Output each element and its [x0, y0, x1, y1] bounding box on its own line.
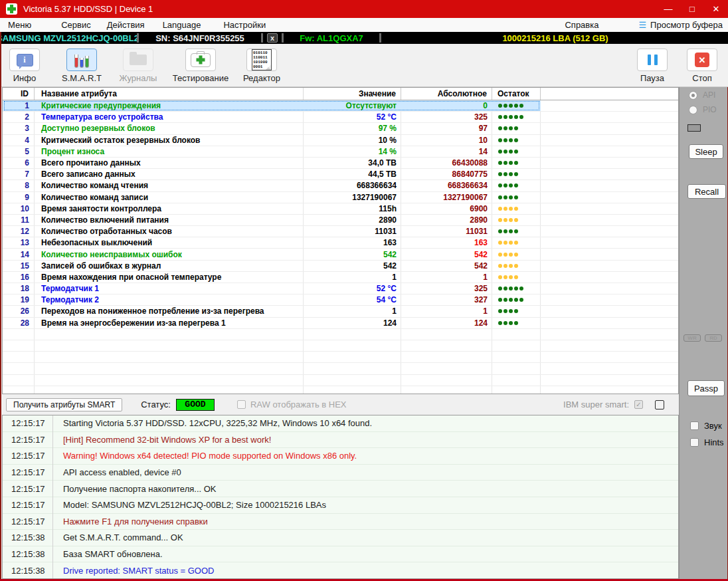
- cell-absolute: 11031: [401, 226, 492, 237]
- cell-remain-dots: [492, 294, 541, 305]
- cell-absolute: 668366634: [401, 180, 492, 191]
- cell-value: 668366634: [304, 180, 401, 191]
- cell-absolute: 327: [401, 294, 492, 305]
- close-button[interactable]: ✕: [704, 0, 728, 18]
- cell-absolute: 1: [401, 306, 492, 316]
- cell-absolute: 124: [401, 318, 492, 328]
- cell-id: 7: [3, 169, 35, 179]
- info-button[interactable]: i Инфо: [5, 49, 44, 83]
- sound-checkbox[interactable]: [690, 421, 699, 430]
- header-remain[interactable]: Остаток: [492, 88, 541, 100]
- table-row[interactable]: 1Критические предупрежденияОтсутствуют0: [3, 100, 678, 112]
- smart-control-bar: Получить атрибуты SMART Статус: GOOD RAW…: [2, 395, 679, 414]
- toolbar: i Инфо S.M.A.R.T Журналы Тестирование: [0, 44, 728, 87]
- header-name[interactable]: Название атрибута: [35, 88, 304, 100]
- table-row[interactable]: 10Время занятости контроллера115h6900: [3, 203, 678, 215]
- table-row[interactable]: 19Термодатчик 254 °C327: [3, 294, 678, 306]
- cell-value: 14 %: [304, 146, 401, 157]
- cell-value: 52 °C: [304, 283, 401, 294]
- log-divider: [52, 415, 53, 578]
- cell-id: 26: [3, 306, 35, 316]
- menu-item-actions[interactable]: Действия: [107, 20, 145, 30]
- table-row[interactable]: 7Всего записано данных44,5 TB86840775: [3, 169, 678, 180]
- cell-remain-dots: [492, 261, 541, 271]
- table-row[interactable]: 12Количество отработанных часов110311103…: [3, 226, 678, 237]
- maximize-button[interactable]: □: [680, 0, 704, 18]
- api-radio[interactable]: [689, 91, 697, 100]
- table-row[interactable]: 28Время на энергосбережении из-за перегр…: [3, 318, 678, 329]
- cell-id: 3: [3, 123, 35, 134]
- cell-id: 9: [3, 192, 35, 203]
- cell-value: 1: [304, 272, 401, 283]
- ibm-super-smart-checkbox[interactable]: ✓: [634, 400, 643, 409]
- table-row[interactable]: 9Количество команд записи132719006713271…: [3, 192, 678, 203]
- cell-remain-dots: [492, 226, 541, 237]
- sleep-button[interactable]: Sleep: [689, 144, 723, 159]
- header-id[interactable]: ID: [3, 88, 35, 100]
- divider: [137, 33, 139, 43]
- pio-radio[interactable]: [689, 106, 697, 114]
- stop-button[interactable]: ✕ Стоп: [683, 49, 721, 83]
- cell-value: 10 %: [304, 135, 401, 146]
- raw-hex-checkbox[interactable]: [237, 400, 246, 409]
- cell-value: 115h: [304, 203, 401, 214]
- menu-item-help[interactable]: Справка: [565, 20, 598, 30]
- secondary-checkbox[interactable]: [655, 400, 664, 409]
- testing-button[interactable]: Тестирование: [169, 49, 232, 83]
- table-row[interactable]: 26Переходов на пониженное потребление из…: [3, 306, 678, 317]
- cell-remain-dots: [492, 203, 541, 214]
- cell-remain-dots: [492, 158, 541, 168]
- table-row[interactable]: 5Процент износа14 %14: [3, 146, 678, 158]
- hints-checkbox[interactable]: [690, 438, 699, 447]
- menu-item-settings[interactable]: Настройки: [223, 20, 266, 30]
- table-row[interactable]: 6Всего прочитано данных34,0 TB66430088: [3, 158, 678, 169]
- table-row[interactable]: 16Время нахождения при опасной температу…: [3, 272, 678, 283]
- cell-value: 11031: [304, 226, 401, 237]
- side-panel: API PIO Sleep Recall WR RD Passp Звук Hi…: [679, 87, 728, 579]
- log-timestamp: 12:15:38: [3, 549, 52, 559]
- cell-remain-dots: [492, 192, 541, 203]
- table-row[interactable]: 11Количество включений питания28902890: [3, 215, 678, 226]
- cell-value: 1327190067: [304, 192, 401, 203]
- divider: [261, 33, 263, 43]
- logs-button: Журналы: [116, 49, 161, 83]
- header-value[interactable]: Значение: [304, 88, 401, 100]
- device-firmware: Fw: AL1QGXA7: [285, 32, 378, 44]
- table-row[interactable]: 14Количество неисправимых ошибок542542: [3, 249, 678, 260]
- api-label: API: [703, 90, 715, 100]
- table-row[interactable]: 8Количество команд чтения668366634668366…: [3, 180, 678, 191]
- cell-absolute: 1327190067: [401, 192, 492, 203]
- cell-attribute-name: Всего прочитано данных: [35, 158, 304, 168]
- cell-attribute-name: Доступно резервных блоков: [35, 123, 304, 134]
- recall-button[interactable]: Recall: [687, 184, 726, 199]
- menu-item-language[interactable]: Language: [163, 20, 201, 30]
- editor-button[interactable]: 010110 110011 101000 0001 Редактор: [238, 49, 286, 83]
- cell-attribute-name: Количество отработанных часов: [35, 226, 304, 237]
- table-row[interactable]: 15Записей об ошибках в журнал542542: [3, 261, 678, 272]
- cell-id: 15: [3, 261, 35, 271]
- smart-button[interactable]: S.M.A.R.T: [58, 49, 105, 83]
- device-x-button[interactable]: x: [267, 33, 278, 43]
- table-row[interactable]: 18Термодатчик 152 °C325: [3, 283, 678, 294]
- cell-id: 5: [3, 146, 35, 157]
- table-row[interactable]: 3Доступно резервных блоков97 %97: [3, 123, 678, 134]
- table-row[interactable]: 13Небезопасных выключений163163: [3, 237, 678, 249]
- table-row[interactable]: 4Критический остаток резервных блоков10 …: [3, 135, 678, 146]
- stop-x-icon: ✕: [695, 53, 709, 67]
- divider: [282, 33, 284, 43]
- pause-button[interactable]: Пауза: [631, 49, 674, 83]
- cell-absolute: 6900: [401, 203, 492, 214]
- buffer-view-button[interactable]: ☰ Просмотр буфера: [638, 20, 723, 30]
- test-tubes-icon: [74, 52, 90, 68]
- menu-item-service[interactable]: Сервис: [61, 20, 91, 30]
- minimize-button[interactable]: —: [656, 0, 680, 18]
- window-border-left: [0, 32, 1, 581]
- table-row-empty: [3, 363, 678, 374]
- get-smart-attributes-button[interactable]: Получить атрибуты SMART: [6, 398, 122, 411]
- passp-button[interactable]: Passp: [687, 380, 725, 396]
- main-region: ID Название атрибута Значение Абсолютное…: [0, 87, 728, 579]
- menu-item-menu[interactable]: Меню: [8, 20, 31, 30]
- table-row[interactable]: 2Температура всего устройства52 °C325: [3, 112, 678, 123]
- header-absolute[interactable]: Абсолютное: [401, 88, 492, 100]
- sound-label: Звук: [704, 421, 722, 431]
